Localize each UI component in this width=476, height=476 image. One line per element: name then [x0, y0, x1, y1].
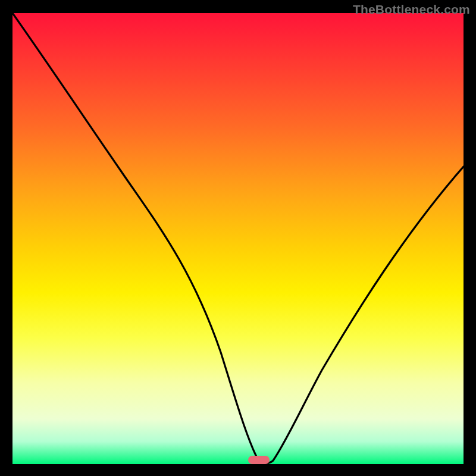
- watermark-text: TheBottleneck.com: [353, 2, 470, 17]
- curve-path: [12, 13, 464, 464]
- chart-frame: TheBottleneck.com: [0, 0, 476, 476]
- optimal-marker: [248, 456, 270, 464]
- plot-area: [12, 13, 464, 464]
- bottleneck-curve: [12, 13, 464, 464]
